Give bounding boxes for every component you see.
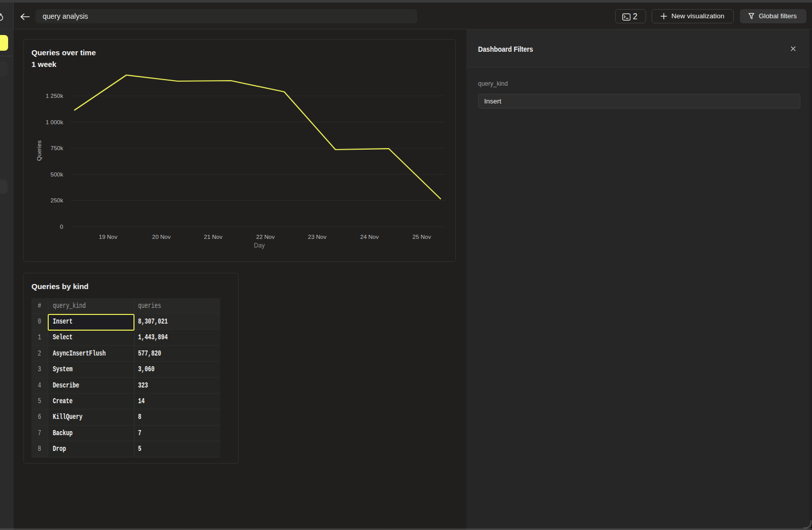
svg-text:19 Nov: 19 Nov bbox=[99, 234, 118, 240]
svg-text:750k: 750k bbox=[51, 145, 63, 151]
svg-text:20 Nov: 20 Nov bbox=[152, 234, 171, 240]
svg-text:250k: 250k bbox=[51, 197, 63, 203]
svg-text:23 Nov: 23 Nov bbox=[308, 234, 327, 240]
svg-text:25 Nov: 25 Nov bbox=[413, 234, 431, 240]
svg-text:1 250k: 1 250k bbox=[46, 93, 63, 99]
svg-text:Day: Day bbox=[254, 242, 264, 249]
svg-text:0: 0 bbox=[60, 224, 63, 230]
svg-text:Queries: Queries bbox=[36, 140, 42, 161]
svg-text:1 000k: 1 000k bbox=[46, 119, 63, 125]
svg-text:24 Nov: 24 Nov bbox=[360, 234, 379, 240]
svg-text:22 Nov: 22 Nov bbox=[256, 234, 275, 240]
svg-text:500k: 500k bbox=[51, 171, 63, 178]
svg-text:21 Nov: 21 Nov bbox=[204, 234, 223, 240]
